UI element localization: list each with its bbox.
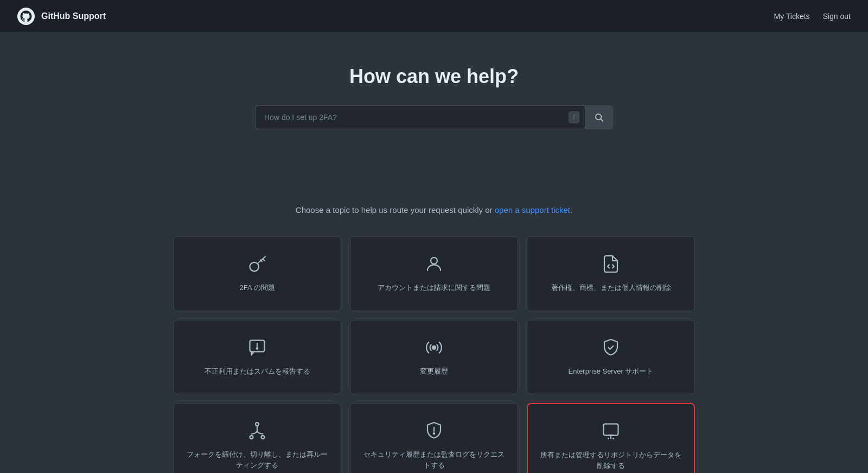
card-security-log[interactable]: セキュリティ履歴または監査ログをリクエストする bbox=[350, 403, 518, 473]
svg-rect-17 bbox=[604, 424, 618, 436]
svg-point-21 bbox=[612, 438, 614, 439]
svg-line-2 bbox=[601, 119, 603, 121]
person-icon bbox=[424, 254, 444, 274]
card-label-security-log: セキュリティ履歴または監査ログをリクエストする bbox=[361, 449, 507, 470]
hero-title: How can we help? bbox=[0, 65, 868, 88]
card-enterprise[interactable]: Enterprise Server サポート bbox=[527, 320, 695, 395]
svg-point-14 bbox=[261, 436, 265, 439]
card-copyright[interactable]: 著作権、商標、または個人情報の削除 bbox=[527, 236, 695, 311]
nav-title: GitHub Support bbox=[41, 11, 106, 21]
card-label-delete-repo: 所有または管理するリポジトリからデータを削除する bbox=[539, 450, 683, 471]
card-2fa[interactable]: 2FA の問題 bbox=[173, 236, 341, 311]
card-label-2fa: 2FA の問題 bbox=[239, 282, 275, 293]
card-account[interactable]: アカウントまたは請求に関する問題 bbox=[350, 236, 518, 311]
sign-out-link[interactable]: Sign out bbox=[823, 12, 851, 21]
open-ticket-link[interactable]: open a support ticket. bbox=[495, 205, 572, 215]
card-label-changelog: 変更履歴 bbox=[420, 366, 448, 377]
card-label-abuse: 不正利用またはスパムを報告する bbox=[205, 366, 310, 377]
fork-icon bbox=[247, 421, 267, 440]
alert-comment-icon bbox=[247, 338, 267, 357]
card-changelog[interactable]: 変更履歴 bbox=[350, 320, 518, 395]
card-delete-repo[interactable]: 所有または管理するリポジトリからデータを削除する bbox=[527, 403, 695, 473]
shield-check-icon bbox=[601, 338, 621, 357]
card-fork[interactable]: フォークを紐付け、切り離し、または再ルーティングする bbox=[173, 403, 341, 473]
svg-point-10 bbox=[257, 348, 258, 349]
svg-point-0 bbox=[17, 8, 35, 25]
topic-cards-grid: 2FA の問題アカウントまたは請求に関する問題著作権、商標、または個人情報の削除… bbox=[168, 236, 700, 473]
search-input[interactable] bbox=[255, 105, 585, 129]
shield-exclaim-icon bbox=[424, 421, 444, 440]
nav-right: My Tickets Sign out bbox=[774, 12, 851, 21]
route-description: Choose a topic to help us route your req… bbox=[0, 205, 868, 215]
card-label-copyright: 著作権、商標、または個人情報の削除 bbox=[551, 282, 671, 293]
hero-section: How can we help? / bbox=[0, 33, 868, 173]
card-label-account: アカウントまたは請求に関する問題 bbox=[378, 282, 490, 293]
search-container: / bbox=[255, 105, 613, 129]
svg-point-11 bbox=[432, 346, 436, 349]
card-label-fork: フォークを紐付け、切り離し、または再ルーティングする bbox=[184, 449, 330, 470]
my-tickets-link[interactable]: My Tickets bbox=[774, 12, 810, 21]
svg-point-20 bbox=[608, 438, 609, 439]
file-code-icon bbox=[601, 254, 621, 274]
svg-line-5 bbox=[263, 259, 265, 261]
broadcast-icon bbox=[424, 338, 444, 357]
search-icon bbox=[594, 112, 604, 122]
svg-point-13 bbox=[250, 436, 253, 439]
svg-point-7 bbox=[431, 257, 437, 264]
repo-icon bbox=[601, 421, 621, 441]
github-logo-icon bbox=[17, 8, 35, 25]
card-label-enterprise: Enterprise Server サポート bbox=[569, 366, 654, 377]
navbar: GitHub Support My Tickets Sign out bbox=[0, 0, 868, 33]
search-button[interactable] bbox=[585, 105, 613, 129]
nav-left: GitHub Support bbox=[17, 8, 106, 25]
card-abuse[interactable]: 不正利用またはスパムを報告する bbox=[173, 320, 341, 395]
search-input-wrapper: / bbox=[255, 105, 585, 129]
search-slash-icon: / bbox=[569, 111, 579, 123]
svg-point-16 bbox=[433, 433, 435, 434]
key-icon bbox=[247, 254, 267, 274]
main-content: Choose a topic to help us route your req… bbox=[0, 173, 868, 473]
